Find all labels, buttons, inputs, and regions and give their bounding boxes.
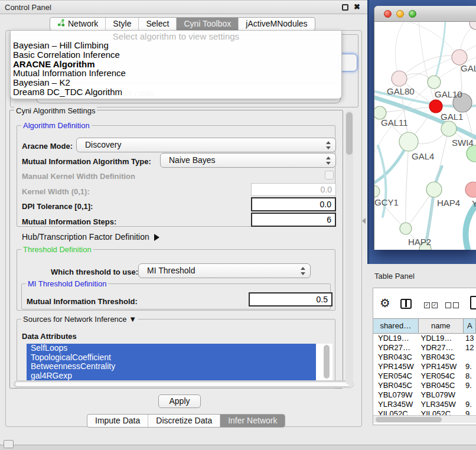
columns-icon[interactable] xyxy=(400,299,412,309)
node-label: GAL80 xyxy=(387,86,415,96)
node-salmon[interactable] xyxy=(465,182,476,197)
kernel-width-label: Kernel Width (0,1): xyxy=(22,187,90,196)
float-window-icon[interactable] xyxy=(342,4,348,11)
manual-kernel-checkbox[interactable] xyxy=(325,171,334,180)
dropdown-item[interactable]: Basic Correlation Inference xyxy=(11,50,341,60)
settings-horizontal-scrollbar[interactable] xyxy=(14,380,354,388)
list-item[interactable]: BetweennessCentrality xyxy=(27,362,316,371)
document-icon[interactable] xyxy=(470,296,476,309)
tab-jactivemnodules[interactable]: jActiveMNodules xyxy=(238,18,314,30)
node-hap4[interactable] xyxy=(426,182,442,197)
which-threshold-label: Which threshold to use: xyxy=(51,268,138,276)
close-icon[interactable]: ✖ xyxy=(354,2,360,11)
node-gal4[interactable] xyxy=(399,132,418,151)
collapsed-panel-box[interactable] xyxy=(4,440,14,448)
tab-impute-data[interactable]: Impute Data xyxy=(87,415,148,427)
cell: YDL19… xyxy=(419,334,464,343)
cell: YLR345W xyxy=(373,400,419,409)
table-row[interactable]: YPR145WYPR145W9. xyxy=(373,362,476,371)
cell: YPR145W xyxy=(419,362,464,371)
panel-splitter-handle[interactable] xyxy=(362,218,366,224)
kernel-width-input[interactable]: 0.0 xyxy=(251,183,336,196)
checked-checkbox-icon[interactable]: ✓ xyxy=(424,302,430,308)
data-attributes-label: Data Attributes xyxy=(22,332,77,341)
node-green[interactable] xyxy=(467,145,476,162)
list-vertical-scrollbar[interactable] xyxy=(324,345,330,379)
settings-vertical-scrollbar[interactable] xyxy=(345,111,353,385)
mi-type-label: Mutual Information Algorithm Type: xyxy=(22,157,151,166)
tab-discretize-data[interactable]: Discretize Data xyxy=(148,415,220,427)
table-panel-title: Table Panel xyxy=(374,272,415,281)
algorithm-definition-legend: Algorithm Definition xyxy=(21,121,92,130)
node-gcy1[interactable] xyxy=(374,185,380,197)
zoom-traffic-icon[interactable] xyxy=(409,10,416,18)
table-row[interactable]: YER054CYER054C8. xyxy=(373,371,476,381)
node-gal10[interactable] xyxy=(428,76,441,89)
dropdown-prompt: Select algorithm to view settings xyxy=(11,31,341,41)
column-header-shared-name[interactable]: shared… xyxy=(373,319,419,333)
tab-cyni-toolbox[interactable]: Cyni Toolbox xyxy=(176,18,238,30)
list-item[interactable]: TopologicalCoefficient xyxy=(27,353,316,363)
unchecked-checkbox-icon[interactable] xyxy=(453,302,459,308)
apply-button[interactable]: Apply xyxy=(158,394,201,408)
node-label: GAL10 xyxy=(435,89,462,99)
node-gal80[interactable] xyxy=(392,71,407,86)
table-row[interactable]: YBL079WYBL079W xyxy=(373,390,476,400)
horizontal-scroll-thumb[interactable] xyxy=(15,381,351,387)
list-item[interactable]: gal4RGexp xyxy=(27,371,316,381)
column-header-partial[interactable]: A xyxy=(464,319,476,333)
node-red[interactable] xyxy=(429,100,442,113)
aracne-mode-value: Discovery xyxy=(85,140,121,149)
node-hap2[interactable] xyxy=(400,223,412,234)
column-header-name[interactable]: name xyxy=(419,319,464,333)
which-threshold-combobox[interactable]: MI Threshold xyxy=(138,263,311,278)
which-threshold-value: MI Threshold xyxy=(147,266,195,275)
table-row[interactable]: YLR345WYLR345W9. xyxy=(373,400,476,409)
table-scroll-thumb[interactable] xyxy=(376,417,442,422)
network-window[interactable]: GAL GAL80 GAL10 GAL11 GAL1 SWI4 GAL4 GCY… xyxy=(374,6,476,250)
dropdown-item[interactable]: Dream8 DC_TDC Algorithm xyxy=(11,87,341,97)
vertical-scroll-thumb[interactable] xyxy=(346,112,353,155)
table-panel: ⚙ ✓ ✓ shared… name A YDL19…YDL19…13 YDR2… xyxy=(373,288,476,425)
cell: 9. xyxy=(464,362,476,371)
tab-select[interactable]: Select xyxy=(138,18,176,30)
mi-steps-label: Mutual Information Steps: xyxy=(22,217,116,226)
gear-icon[interactable]: ⚙ xyxy=(380,297,390,309)
unchecked-checkbox-icon[interactable] xyxy=(445,302,451,308)
control-panel-tabs: Network Style Select Cyni Toolbox jActiv… xyxy=(50,17,315,31)
table-header-row: shared… name A xyxy=(373,318,476,334)
cell: 9. xyxy=(464,400,476,409)
aracne-mode-combobox[interactable]: Discovery xyxy=(76,138,336,152)
table-row[interactable]: YBR043CYBR043C xyxy=(373,353,476,362)
cell: YBR045C xyxy=(373,381,419,390)
network-desktop: GAL GAL80 GAL10 GAL11 GAL1 SWI4 GAL4 GCY… xyxy=(367,0,476,264)
tab-style[interactable]: Style xyxy=(105,18,138,30)
dropdown-item[interactable]: Mutual Information Inference xyxy=(11,69,341,78)
mi-steps-input[interactable]: 6 xyxy=(251,213,336,227)
table-horizontal-scrollbar[interactable] xyxy=(373,415,476,423)
table-row[interactable]: YDL19…YDL19…13 xyxy=(373,334,476,343)
network-window-titlebar[interactable] xyxy=(374,6,476,22)
tab-infer-network[interactable]: Infer Network xyxy=(220,415,285,427)
dropdown-item-selected[interactable]: ARACNE Algorithm xyxy=(11,60,341,69)
hub-definition-label[interactable]: Hub/Transcription Factor Definition xyxy=(22,232,159,242)
sources-legend[interactable]: Sources for Network Inference ▼ xyxy=(21,315,138,324)
dropdown-item[interactable]: Bayesian – K2 xyxy=(11,78,341,87)
cell: YDR27… xyxy=(419,343,464,353)
minimize-traffic-icon[interactable] xyxy=(396,10,404,18)
cell xyxy=(464,390,476,400)
dpi-tolerance-input[interactable]: 0.0 xyxy=(251,197,336,211)
mi-type-combobox[interactable]: Naive Bayes xyxy=(160,153,336,168)
node-label: SWI4 xyxy=(452,138,474,148)
dropdown-item[interactable]: Bayesian – Hill Climbing xyxy=(11,41,341,50)
tab-network[interactable]: Network xyxy=(50,18,105,30)
close-traffic-icon[interactable] xyxy=(384,10,392,18)
list-item[interactable]: SelfLoops xyxy=(27,344,316,353)
stepper-arrows-icon xyxy=(325,141,330,150)
mi-threshold-input[interactable]: 0.5 xyxy=(249,292,332,306)
network-canvas[interactable]: GAL GAL80 GAL10 GAL11 GAL1 SWI4 GAL4 GCY… xyxy=(374,22,476,250)
table-row[interactable]: YBR045CYBR045C9. xyxy=(373,381,476,390)
table-row[interactable]: YDR27…YDR27…12 xyxy=(373,343,476,353)
node-gal1[interactable] xyxy=(441,121,457,136)
checked-checkbox-icon[interactable]: ✓ xyxy=(432,302,438,308)
